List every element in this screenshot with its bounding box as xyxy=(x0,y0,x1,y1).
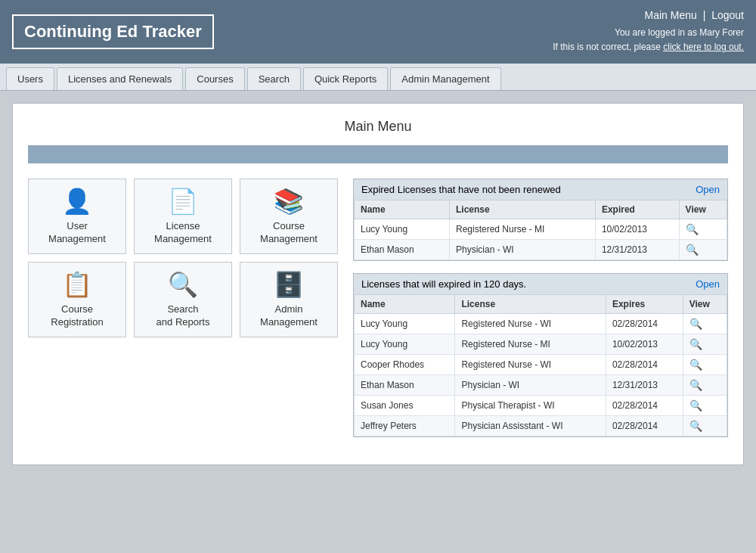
expired-col-name: Name xyxy=(355,200,450,219)
tab-search[interactable]: Search xyxy=(247,67,301,90)
table-row: Susan Jones Physical Therapist - WI 02/2… xyxy=(355,396,727,416)
main-content: 👤 UserManagement 📄 LicenseManagement 📚 C… xyxy=(28,179,728,449)
cell-date: 02/28/2014 xyxy=(606,314,683,334)
expired-col-license: License xyxy=(449,200,595,219)
expiring-section-title: Licenses that will expired in 120 days. xyxy=(361,278,526,290)
tile-search-reports[interactable]: 🔍 Searchand Reports xyxy=(134,262,232,337)
incorrect-login[interactable]: If this is not correct, please click her… xyxy=(553,40,744,54)
cell-license: Physical Therapist - WI xyxy=(455,396,606,416)
view-icon[interactable]: 🔍 xyxy=(689,399,702,412)
expiring-open-link[interactable]: Open xyxy=(696,278,720,290)
tile-user-management[interactable]: 👤 UserManagement xyxy=(28,179,126,254)
expired-col-view: View xyxy=(679,200,727,219)
logged-in-as: You are logged in as Mary Forer xyxy=(553,26,744,40)
cell-license: Registered Nurse - WI xyxy=(455,355,606,375)
expired-open-link[interactable]: Open xyxy=(696,184,720,195)
expiring-section-header: Licenses that will expired in 120 days. … xyxy=(354,274,727,294)
view-icon[interactable]: 🔍 xyxy=(689,359,702,371)
view-icon[interactable]: 🔍 xyxy=(689,318,702,330)
nav-bar: Users Licenses and Renewals Courses Sear… xyxy=(0,64,756,91)
cell-date: 12/31/2013 xyxy=(606,375,683,396)
admin-management-label: AdminManagement xyxy=(260,303,318,329)
tile-course-management[interactable]: 📚 CourseManagement xyxy=(240,179,338,254)
tab-users[interactable]: Users xyxy=(6,67,54,90)
main-menu-link[interactable]: Main Menu xyxy=(644,9,696,21)
course-management-label: CourseManagement xyxy=(260,220,318,246)
expiring-col-name: Name xyxy=(355,295,455,314)
cell-view[interactable]: 🔍 xyxy=(683,355,727,375)
main-menu-title: Main Menu xyxy=(28,119,728,135)
table-row: Lucy Young Registered Nurse - MI 10/02/2… xyxy=(355,334,727,355)
header-nav-links[interactable]: Main Menu | Logout xyxy=(553,9,744,21)
cell-license: Physician - WI xyxy=(455,375,606,396)
view-icon[interactable]: 🔍 xyxy=(686,223,699,235)
app-title: Continuing Ed Tracker xyxy=(12,14,214,49)
cell-view[interactable]: 🔍 xyxy=(683,314,727,334)
icon-grid: 👤 UserManagement 📄 LicenseManagement 📚 C… xyxy=(28,179,338,449)
cell-date: 10/02/2013 xyxy=(595,219,679,240)
page-body: Main Menu 👤 UserManagement 📄 LicenseMana… xyxy=(0,91,756,545)
cell-license: Registered Nurse - MI xyxy=(449,219,595,240)
tab-quick-reports[interactable]: Quick Reports xyxy=(303,67,388,90)
view-icon[interactable]: 🔍 xyxy=(689,420,702,432)
user-management-label: UserManagement xyxy=(48,220,106,246)
header-right: Main Menu | Logout You are logged in as … xyxy=(553,9,744,54)
cell-view[interactable]: 🔍 xyxy=(683,396,727,416)
right-panel: Expired Licenses that have not been rene… xyxy=(353,179,728,449)
cell-date: 10/02/2013 xyxy=(606,334,683,355)
cell-view[interactable]: 🔍 xyxy=(683,416,727,436)
logout-link[interactable]: Logout xyxy=(711,9,744,21)
expiring-licenses-table: Name License Expires View Lucy Young Reg… xyxy=(354,294,727,436)
expiring-col-license: License xyxy=(455,295,606,314)
table-row: Lucy Young Registered Nurse - MI 10/02/2… xyxy=(355,219,727,240)
expired-licenses-section: Expired Licenses that have not been rene… xyxy=(353,179,728,261)
cell-license: Physician - WI xyxy=(449,240,595,260)
search-reports-label: Searchand Reports xyxy=(156,303,210,329)
course-registration-label: CourseRegistration xyxy=(51,303,103,329)
tile-admin-management[interactable]: 🗄️ AdminManagement xyxy=(240,262,338,337)
expiring-col-expires: Expires xyxy=(606,295,683,314)
tile-course-registration[interactable]: 📋 CourseRegistration xyxy=(28,262,126,337)
cell-date: 02/28/2014 xyxy=(606,396,683,416)
expired-section-title: Expired Licenses that have not been rene… xyxy=(361,184,561,195)
cell-name: Susan Jones xyxy=(355,396,455,416)
cell-name: Ethan Mason xyxy=(355,375,455,396)
table-row: Jeffrey Peters Physician Assisstant - WI… xyxy=(355,416,727,436)
admin-management-icon: 🗄️ xyxy=(274,270,304,299)
license-management-icon: 📄 xyxy=(168,187,198,216)
login-info: You are logged in as Mary Forer If this … xyxy=(553,26,744,54)
license-management-label: LicenseManagement xyxy=(154,220,212,246)
tab-admin-management[interactable]: Admin Management xyxy=(390,67,500,90)
cell-view[interactable]: 🔍 xyxy=(679,240,727,260)
table-row: Lucy Young Registered Nurse - WI 02/28/2… xyxy=(355,314,727,334)
expired-col-expired: Expired xyxy=(595,200,679,219)
view-icon[interactable]: 🔍 xyxy=(689,338,702,350)
expiring-col-view: View xyxy=(683,295,727,314)
main-banner xyxy=(28,145,728,163)
cell-view[interactable]: 🔍 xyxy=(683,375,727,396)
tile-license-management[interactable]: 📄 LicenseManagement xyxy=(134,179,232,254)
table-row: Cooper Rhodes Registered Nurse - WI 02/2… xyxy=(355,355,727,375)
tab-courses[interactable]: Courses xyxy=(185,67,244,90)
cell-name: Cooper Rhodes xyxy=(355,355,455,375)
cell-view[interactable]: 🔍 xyxy=(683,334,727,355)
click-to-logout[interactable]: click here to log out. xyxy=(663,42,744,52)
cell-license: Registered Nurse - WI xyxy=(455,314,606,334)
expiring-licenses-section: Licenses that will expired in 120 days. … xyxy=(353,273,728,437)
course-registration-icon: 📋 xyxy=(62,270,92,299)
cell-name: Jeffrey Peters xyxy=(355,416,455,436)
cell-view[interactable]: 🔍 xyxy=(679,219,727,240)
app-header: Continuing Ed Tracker Main Menu | Logout… xyxy=(0,0,756,64)
cell-name: Lucy Young xyxy=(355,334,455,355)
tab-licenses[interactable]: Licenses and Renewals xyxy=(57,67,183,90)
cell-license: Registered Nurse - MI xyxy=(455,334,606,355)
cell-name: Lucy Young xyxy=(355,219,450,240)
view-icon[interactable]: 🔍 xyxy=(689,379,702,391)
course-management-icon: 📚 xyxy=(274,187,304,216)
search-reports-icon: 🔍 xyxy=(168,270,198,299)
user-management-icon: 👤 xyxy=(62,187,92,216)
cell-license: Physician Assisstant - WI xyxy=(455,416,606,436)
cell-name: Lucy Young xyxy=(355,314,455,334)
cell-name: Ethan Mason xyxy=(355,240,450,260)
view-icon[interactable]: 🔍 xyxy=(686,244,699,256)
